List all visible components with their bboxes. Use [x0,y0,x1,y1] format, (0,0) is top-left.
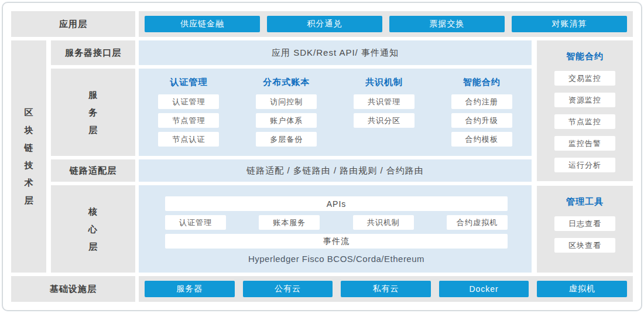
apis-bar: APIs [165,196,508,211]
core-layer-label: 核心层 [51,185,135,273]
infra-button-docker[interactable]: Docker [439,281,529,297]
service-column-auth: 认证管理 认证管理 节点管理 节点认证 [140,69,238,156]
panel-chip-log-view[interactable]: 日志查看 [554,216,615,231]
interface-layer-label: 服务器接口层 [51,40,135,65]
app-button-reconciliation[interactable]: 对账清算 [512,16,627,32]
service-chip-contract-upgrade[interactable]: 合约升级 [451,113,512,128]
infra-button-vm[interactable]: 虚拟机 [537,281,627,297]
core-chip-contract-vm[interactable]: 合约虚拟机 [447,215,508,230]
panel-chip-node-monitor[interactable]: 节点监控 [554,114,615,129]
core-chip-consensus-mechanism[interactable]: 共识机制 [353,215,414,230]
panel-chip-block-view[interactable]: 区块查看 [554,238,615,253]
service-layer-label-text: 服务层 [88,86,98,139]
service-chip-consensus-management[interactable]: 共识管理 [354,94,415,109]
core-layer-content: APIs 认证管理 账本服务 共识机制 合约虚拟机 事件流 Hyperledge… [139,185,532,273]
panel-chip-resource-monitor[interactable]: 资源监控 [554,93,615,107]
panel-chip-transaction-monitor[interactable]: 交易监控 [554,71,615,86]
infra-button-private-cloud[interactable]: 私有云 [341,281,431,297]
application-button-strip: 供应链金融 积分通兑 票据交换 对账清算 [139,11,633,37]
blockchain-tech-layer-bar: 区块链技术层 [11,40,46,273]
blockchain-tech-layer-row: 区块链技术层 服务器接口层 服务层 链路适配层 核心层 应用 SDK/Rest … [11,40,633,273]
management-tools-panel-title: 管理工具 [566,196,604,207]
infrastructure-layer-row: 基础设施层 服务器 公有云 私有云 Docker 虚拟机 [11,276,633,302]
core-layer-label-text: 核心层 [88,203,98,256]
application-layer-label: 应用层 [11,11,135,37]
service-column-consensus: 共识机制 共识管理 共识分区 [335,69,433,156]
service-chip-node-auth[interactable]: 节点认证 [158,132,219,147]
service-column-smart-contract-header: 智能合约 [463,76,501,88]
core-chip-ledger-service[interactable]: 账本服务 [259,215,320,230]
core-modules-row: 认证管理 账本服务 共识机制 合约虚拟机 [165,215,508,230]
management-tools-panel: 管理工具 日志查看 区块查看 [537,186,633,273]
service-chip-consensus-partition[interactable]: 共识分区 [354,113,415,128]
blockchain-tech-layer-label: 区块链技术层 [24,104,34,209]
panel-chip-operation-analysis[interactable]: 运行分析 [554,158,615,172]
service-column-consensus-header: 共识机制 [365,76,403,88]
infra-button-server[interactable]: 服务器 [145,281,235,297]
service-chip-account-system[interactable]: 账户体系 [256,113,317,128]
service-chip-contract-register[interactable]: 合约注册 [451,94,512,109]
event-stream-bar: 事件流 [165,234,508,249]
app-button-bill-exchange[interactable]: 票据交换 [389,16,505,32]
adapter-layer-label: 链路适配层 [51,159,135,182]
right-panels-column: 智能合约 交易监控 资源监控 节点监控 监控告警 运行分析 管理工具 日志查看 … [537,40,633,273]
service-chip-contract-template[interactable]: 合约模板 [451,132,512,147]
service-layer-label: 服务层 [51,69,135,156]
service-column-ledger: 分布式账本 访问控制 账户体系 多层备份 [238,69,335,156]
application-layer-row: 应用层 供应链金融 积分通兑 票据交换 对账清算 [11,11,633,37]
infrastructure-button-strip: 服务器 公有云 私有云 Docker 虚拟机 [139,276,633,302]
smart-contract-panel-title: 智能合约 [566,51,604,62]
infrastructure-layer-label: 基础设施层 [11,276,135,302]
core-chip-auth-management[interactable]: 认证管理 [165,215,226,230]
service-column-ledger-header: 分布式账本 [263,76,310,88]
platforms-text: Hyperledger Fisco BCOS/Corda/Ethereum [165,254,508,264]
sublayer-content-column: 应用 SDK/Rest API/ 事件通知 认证管理 认证管理 节点管理 节点认… [139,40,532,273]
smart-contract-panel: 智能合约 交易监控 资源监控 节点监控 监控告警 运行分析 [537,40,633,181]
diagram-frame: 应用层 供应链金融 积分通兑 票据交换 对账清算 区块链技术层 服务器接口层 服… [2,2,642,311]
service-chip-access-control[interactable]: 访问控制 [256,94,317,109]
service-chip-auth-management[interactable]: 认证管理 [158,94,219,109]
link-adapter-band: 链路适配 / 多链路由 / 路由规则 / 合约路由 [139,159,532,182]
service-column-smart-contract: 智能合约 合约注册 合约升级 合约模板 [433,69,530,156]
service-column-auth-header: 认证管理 [170,76,207,88]
panel-chip-monitor-alert[interactable]: 监控告警 [554,136,615,151]
sdk-api-band: 应用 SDK/Rest API/ 事件通知 [139,40,532,65]
app-button-points-exchange[interactable]: 积分通兑 [267,16,382,32]
sublayer-labels-column: 服务器接口层 服务层 链路适配层 核心层 [51,40,135,273]
infra-button-public-cloud[interactable]: 公有云 [243,281,333,297]
service-chip-multilayer-backup[interactable]: 多层备份 [256,132,317,147]
service-chip-node-management[interactable]: 节点管理 [158,113,219,128]
app-button-supply-chain-finance[interactable]: 供应链金融 [145,16,260,32]
service-layer-content: 认证管理 认证管理 节点管理 节点认证 分布式账本 访问控制 账户体系 多层备份… [139,69,532,156]
